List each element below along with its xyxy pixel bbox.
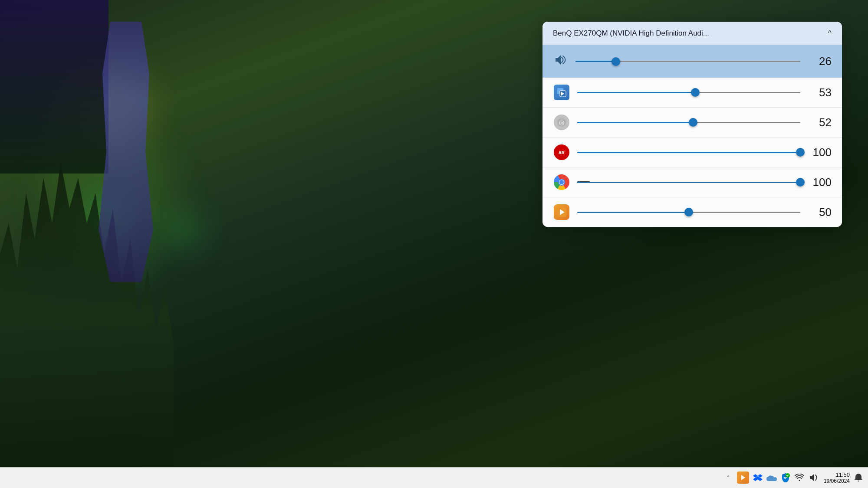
- lastfm-label: as: [559, 149, 564, 155]
- slider-thumb[interactable]: [691, 88, 700, 97]
- app-slider-system[interactable]: [577, 118, 800, 127]
- app-icon-stremio: [553, 203, 570, 221]
- slider-fill: [577, 92, 695, 93]
- app-slider-media-player[interactable]: [577, 88, 800, 97]
- taskbar: ⌃: [0, 467, 868, 488]
- chrome-icon: [554, 174, 569, 190]
- tray-volume-icon[interactable]: [808, 472, 819, 483]
- app-value-lastfm: 100: [807, 146, 832, 159]
- slider-fill: [577, 152, 800, 153]
- svg-marker-12: [741, 475, 745, 480]
- app-slider-stremio[interactable]: [577, 208, 800, 216]
- master-slider-thumb[interactable]: [612, 57, 620, 66]
- master-volume-value: 26: [807, 55, 832, 68]
- chevron-up-icon: ⌃: [726, 475, 730, 481]
- clock-area[interactable]: 11:50 19/06/2024: [824, 472, 850, 485]
- tray-dropbox-icon[interactable]: [753, 472, 763, 483]
- slider-thumb[interactable]: [689, 118, 697, 127]
- app-row-lastfm: as 100: [542, 138, 842, 167]
- slider-fill: [577, 122, 693, 123]
- app-value-stremio: 50: [807, 206, 832, 219]
- slider-thumb[interactable]: [796, 178, 805, 187]
- media-player-icon: [554, 85, 569, 100]
- app-icon-system: ◎: [553, 114, 570, 131]
- app-value-system: 52: [807, 116, 832, 129]
- app-icon-chrome: [553, 174, 570, 191]
- tray-stremio-icon[interactable]: [737, 472, 749, 484]
- app-value-media-player: 53: [807, 86, 832, 99]
- app-row-chrome: 100: [542, 167, 842, 197]
- taskbar-right: ⌃: [723, 472, 864, 485]
- app-value-chrome: 100: [807, 176, 832, 189]
- panel-title: BenQ EX270QM (NVIDIA High Definition Aud…: [553, 29, 709, 38]
- stremio-icon: [554, 204, 569, 220]
- clock-date: 19/06/2024: [824, 478, 850, 484]
- app-slider-lastfm[interactable]: [577, 148, 800, 157]
- master-slider-fill: [575, 61, 616, 62]
- show-hidden-icons-button[interactable]: ⌃: [723, 472, 733, 483]
- lastfm-icon: as: [554, 144, 569, 160]
- svg-point-8: [559, 180, 564, 184]
- volume-panel: BenQ EX270QM (NVIDIA High Definition Aud…: [542, 22, 842, 227]
- system-icon: ◎: [554, 115, 569, 130]
- tray-onedrive-icon[interactable]: [766, 472, 777, 483]
- notification-bell-button[interactable]: [853, 472, 864, 483]
- app-row-system: ◎ 52: [542, 108, 842, 138]
- tray-defender-icon[interactable]: [780, 472, 791, 483]
- panel-header: BenQ EX270QM (NVIDIA High Definition Aud…: [542, 22, 842, 45]
- app-row-stremio: 50: [542, 197, 842, 227]
- app-icon-lastfm: as: [553, 144, 570, 161]
- master-volume-icon: [553, 53, 569, 70]
- slider-thumb[interactable]: [684, 208, 693, 216]
- app-icon-media-player: [553, 84, 570, 101]
- master-volume-slider[interactable]: [575, 57, 800, 66]
- clock-time: 11:50: [835, 472, 850, 478]
- slider-fill: [577, 212, 689, 213]
- slider-thumb[interactable]: [796, 148, 805, 157]
- tray-wifi-icon[interactable]: [794, 472, 805, 483]
- panel-collapse-button[interactable]: ^: [828, 29, 832, 38]
- app-row-media-player: 53: [542, 78, 842, 108]
- slider-fill: [577, 182, 800, 183]
- svg-rect-11: [560, 209, 561, 215]
- svg-text:◎: ◎: [559, 119, 564, 126]
- master-volume-row: 26: [542, 45, 842, 78]
- app-slider-chrome[interactable]: [577, 178, 800, 187]
